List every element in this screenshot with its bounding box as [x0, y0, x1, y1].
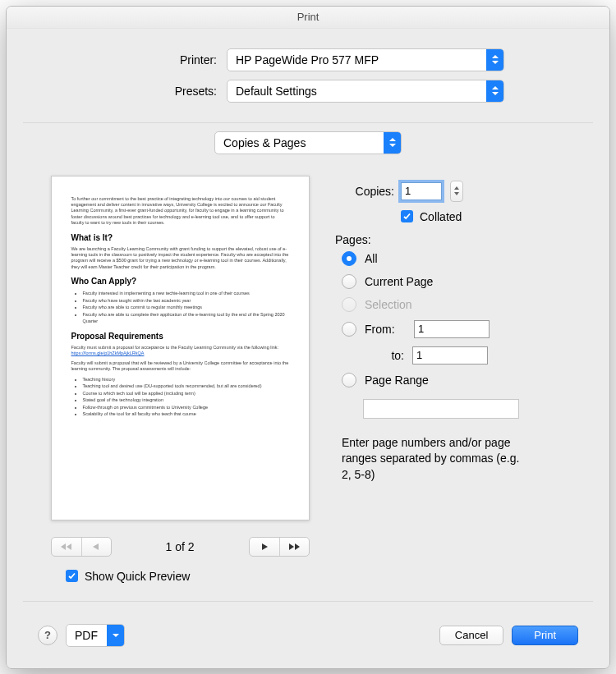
- doc-bullet: Course to which tech tool will be applie…: [83, 390, 289, 397]
- help-button[interactable]: ?: [38, 626, 57, 645]
- svg-marker-5: [295, 543, 300, 550]
- radio-icon: [342, 297, 356, 312]
- doc-heading: Who Can Apply?: [71, 277, 289, 286]
- doc-bullet: Scalability of the tool for all faculty …: [83, 410, 289, 418]
- window-title: Print: [7, 7, 609, 29]
- print-button[interactable]: Print: [512, 626, 578, 645]
- print-dialog: Print Printer: HP PageWide Pro 577 MFP P…: [6, 6, 610, 669]
- updown-icon: [486, 49, 503, 71]
- pdf-label: PDF: [67, 629, 107, 642]
- first-page-button[interactable]: [52, 538, 81, 556]
- copies-input[interactable]: [401, 182, 442, 200]
- printer-value: HP PageWide Pro 577 MFP: [228, 53, 486, 66]
- doc-bullet: Teaching tool and desired use (DU-suppor…: [83, 383, 289, 390]
- pager-back-group: [51, 537, 112, 557]
- doc-bullet: Faculty who are able to commit to regula…: [83, 304, 289, 311]
- chevron-down-icon: [107, 625, 124, 646]
- updown-icon: [384, 132, 401, 154]
- presets-label: Presets:: [23, 85, 217, 98]
- radio-icon: [342, 274, 356, 289]
- pages-current[interactable]: Current Page: [342, 274, 593, 289]
- radio-label: Current Page: [365, 275, 433, 288]
- svg-marker-4: [289, 543, 294, 550]
- presets-select[interactable]: Default Settings: [227, 80, 504, 103]
- checkbox-icon: [66, 570, 78, 582]
- doc-text: Faculty must submit a proposal for accep…: [71, 345, 289, 357]
- copies-label: Copies:: [335, 185, 394, 198]
- svg-marker-3: [262, 543, 268, 550]
- pages-label: Pages:: [335, 233, 593, 246]
- pager-fwd-group: [249, 537, 310, 557]
- copies-stepper[interactable]: [450, 181, 463, 202]
- doc-bullet: Follow-through on previous commitments t…: [83, 404, 289, 411]
- from-label: From:: [365, 323, 406, 336]
- doc-bullet: Faculty who have taught within the last …: [83, 297, 289, 305]
- separator: [23, 601, 593, 602]
- doc-link: https://forms.gle/p1hZkMpAjkLRkQA: [71, 351, 145, 355]
- from-input[interactable]: [414, 320, 490, 338]
- radio-icon: [342, 251, 356, 266]
- svg-marker-0: [61, 543, 66, 550]
- radio-icon: [342, 373, 356, 387]
- pages-all[interactable]: All: [342, 251, 593, 266]
- presets-value: Default Settings: [228, 85, 486, 98]
- pages-from-radio[interactable]: [342, 322, 356, 337]
- collated-label: Collated: [420, 210, 462, 223]
- quick-preview-label: Show Quick Preview: [85, 570, 190, 583]
- show-quick-preview[interactable]: Show Quick Preview: [66, 570, 190, 583]
- doc-heading: Proposal Requirements: [71, 332, 289, 341]
- separator: [23, 122, 593, 123]
- doc-bullet: Faculty interested in implementing a new…: [83, 290, 289, 297]
- pdf-menu[interactable]: PDF: [66, 624, 125, 647]
- to-label: to:: [363, 349, 404, 362]
- doc-heading: What is It?: [71, 233, 289, 242]
- radio-label: Selection: [365, 298, 412, 311]
- svg-marker-2: [93, 543, 99, 550]
- to-input[interactable]: [412, 346, 488, 365]
- panel-select[interactable]: Copies & Pages: [214, 131, 402, 154]
- pages-pagerange[interactable]: Page Range: [342, 373, 593, 387]
- pages-selection: Selection: [342, 297, 593, 312]
- dialog-footer: ? PDF Cancel Print: [23, 612, 593, 658]
- pages-radio-group: All Current Page Selection From:: [342, 251, 593, 484]
- preview-column: To further our commitment to the best pr…: [23, 176, 302, 583]
- cancel-button[interactable]: Cancel: [439, 626, 503, 645]
- updown-icon: [486, 80, 503, 102]
- doc-bullet: Teaching history: [83, 376, 289, 383]
- printer-select[interactable]: HP PageWide Pro 577 MFP: [227, 48, 504, 71]
- last-page-button[interactable]: [279, 538, 309, 556]
- prev-page-button[interactable]: [81, 538, 111, 556]
- doc-text: Faculty will submit a proposal that will…: [71, 360, 289, 373]
- doc-text: We are launching a Faculty Learning Comm…: [71, 246, 289, 271]
- page-range-hint: Enter page numbers and/or page ranges se…: [342, 435, 522, 484]
- next-page-button[interactable]: [250, 538, 279, 556]
- doc-bullet: Stated goal of the technology integratio…: [83, 397, 289, 404]
- options-column: Copies: Collated Pages: All: [335, 176, 593, 484]
- page-range-input[interactable]: [363, 399, 519, 419]
- doc-text: To further our commitment to the best pr…: [71, 196, 289, 227]
- dialog-content: Printer: HP PageWide Pro 577 MFP Presets…: [7, 29, 609, 668]
- radio-label: All: [365, 252, 378, 265]
- doc-bullet: Faculty who are able to complete their a…: [83, 311, 289, 325]
- page-count: 1 of 2: [123, 540, 237, 553]
- svg-marker-1: [67, 543, 71, 550]
- printer-label: Printer:: [23, 53, 217, 66]
- panel-value: Copies & Pages: [215, 136, 384, 149]
- page-preview: To further our commitment to the best pr…: [51, 176, 310, 520]
- collated-checkbox[interactable]: [401, 210, 413, 222]
- pages-from-row: From:: [342, 320, 593, 338]
- radio-label: Page Range: [365, 374, 429, 387]
- preview-pager: 1 of 2: [51, 537, 310, 557]
